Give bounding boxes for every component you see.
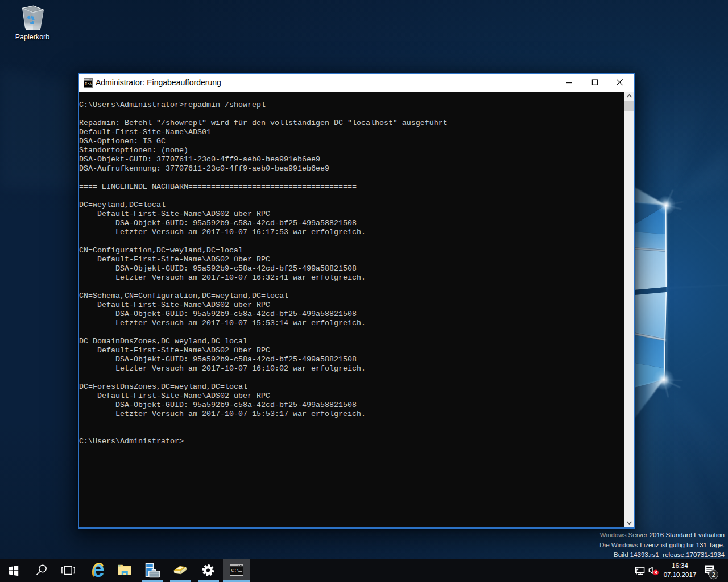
svg-text:2: 2 xyxy=(712,571,715,578)
svg-text:C:\: C:\ xyxy=(231,568,240,573)
svg-text:C:\: C:\ xyxy=(85,82,92,86)
